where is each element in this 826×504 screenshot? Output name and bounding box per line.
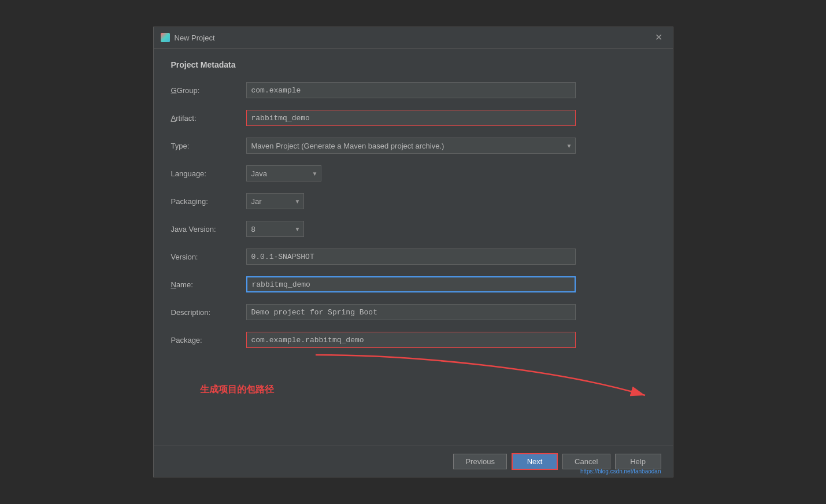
version-label: Version: bbox=[171, 253, 246, 261]
type-select[interactable]: Maven Project (Generate a Maven based pr… bbox=[246, 138, 576, 154]
java-version-label: Java Version: bbox=[171, 225, 246, 234]
previous-button[interactable]: Previous bbox=[453, 454, 507, 469]
type-select-wrapper: Maven Project (Generate a Maven based pr… bbox=[246, 138, 576, 154]
packaging-label: Packaging: bbox=[171, 197, 246, 206]
language-label: Language: bbox=[171, 169, 246, 178]
description-row: Description: bbox=[171, 303, 655, 321]
language-select-wrapper: Java Kotlin Groovy bbox=[246, 165, 321, 181]
artifact-label: Artifact: bbox=[171, 114, 246, 123]
cancel-button[interactable]: Cancel bbox=[562, 454, 610, 469]
title-bar: New Project ✕ bbox=[154, 27, 673, 49]
type-label: Type: bbox=[171, 142, 246, 150]
packaging-row: Packaging: Jar War bbox=[171, 192, 655, 210]
version-input[interactable] bbox=[246, 249, 576, 265]
language-row: Language: Java Kotlin Groovy bbox=[171, 164, 655, 183]
java-version-select-wrapper: 8 11 17 bbox=[246, 221, 304, 237]
footer-link: https://blog.csdn.net/fanbaodan bbox=[580, 468, 661, 475]
version-row: Version: bbox=[171, 247, 655, 266]
annotation-container: 生成项目的包路径 bbox=[171, 361, 655, 402]
help-button[interactable]: Help bbox=[615, 454, 661, 469]
java-version-row: Java Version: 8 11 17 bbox=[171, 220, 655, 238]
section-title: Project Metadata bbox=[171, 60, 655, 69]
app-icon bbox=[161, 33, 170, 42]
annotation-text: 生成项目的包路径 bbox=[200, 384, 655, 396]
description-label: Description: bbox=[171, 308, 246, 317]
name-label: Name: bbox=[171, 280, 246, 289]
dialog-body: Project Metadata GGroup: Artifact: Type:… bbox=[154, 49, 673, 446]
language-select[interactable]: Java Kotlin Groovy bbox=[246, 165, 321, 181]
description-input[interactable] bbox=[246, 304, 576, 320]
annotation-arrow bbox=[287, 349, 691, 407]
group-row: GGroup: bbox=[171, 81, 655, 99]
packaging-select[interactable]: Jar War bbox=[246, 193, 304, 209]
artifact-row: Artifact: bbox=[171, 109, 655, 127]
artifact-input[interactable] bbox=[246, 110, 576, 126]
new-project-dialog: New Project ✕ Project Metadata GGroup: A… bbox=[153, 27, 673, 477]
group-input[interactable] bbox=[246, 82, 576, 98]
next-button[interactable]: Next bbox=[512, 453, 558, 470]
group-label: GGroup: bbox=[171, 86, 246, 95]
name-row: Name: bbox=[171, 275, 655, 294]
dialog-footer: Previous Next Cancel Help https://blog.c… bbox=[154, 446, 673, 477]
name-input[interactable] bbox=[246, 276, 576, 292]
close-button[interactable]: ✕ bbox=[651, 32, 666, 43]
packaging-select-wrapper: Jar War bbox=[246, 193, 304, 209]
package-label: Package: bbox=[171, 336, 246, 344]
package-row: Package: bbox=[171, 331, 655, 349]
java-version-select[interactable]: 8 11 17 bbox=[246, 221, 304, 237]
title-bar-left: New Project bbox=[161, 33, 215, 42]
package-input[interactable] bbox=[246, 332, 576, 348]
window-title: New Project bbox=[175, 34, 215, 42]
type-row: Type: Maven Project (Generate a Maven ba… bbox=[171, 136, 655, 155]
